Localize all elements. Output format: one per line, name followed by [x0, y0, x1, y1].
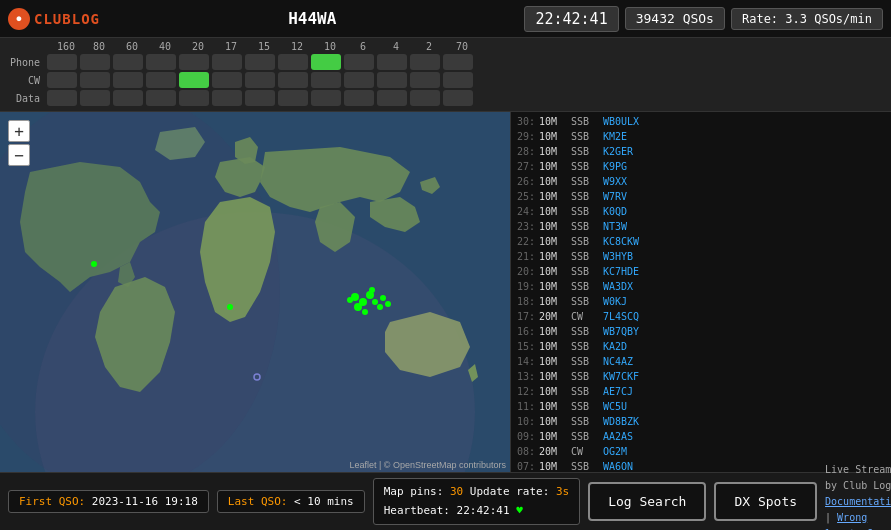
log-callsign: AE7CJ	[603, 385, 668, 398]
svg-point-9	[362, 309, 368, 315]
log-num: 19:	[515, 280, 535, 293]
band-cell-10	[377, 90, 407, 106]
band-col-header-60: 60	[117, 41, 147, 52]
zoom-out-button[interactable]: −	[8, 144, 30, 166]
log-num: 27:	[515, 160, 535, 173]
log-row: 11:10MSSBWC5U	[511, 399, 891, 414]
log-callsign: KA2D	[603, 340, 668, 353]
band-cell-1	[80, 54, 110, 70]
main-content: + −	[0, 112, 891, 472]
log-num: 12:	[515, 385, 535, 398]
log-mode: SSB	[571, 370, 599, 383]
log-band: 10M	[539, 205, 567, 218]
log-band: 10M	[539, 280, 567, 293]
log-mode: SSB	[571, 175, 599, 188]
band-col-headers: 160806040201715121064270	[51, 41, 477, 52]
dx-spots-button[interactable]: DX Spots	[714, 482, 817, 521]
update-rate-label: Update rate:	[470, 485, 549, 498]
log-row: 12:10MSSBAE7CJ	[511, 384, 891, 399]
band-cell-10	[377, 72, 407, 88]
log-band: 10M	[539, 190, 567, 203]
log-num: 26:	[515, 175, 535, 188]
log-row: 09:10MSSBAA2AS	[511, 429, 891, 444]
log-band: 10M	[539, 235, 567, 248]
band-cell-3	[146, 72, 176, 88]
right-info: Live Stream by Club Log Documentation | …	[825, 462, 891, 531]
svg-point-7	[354, 303, 362, 311]
map-info-box: Map pins: 30 Update rate: 3s Heartbeat: …	[373, 478, 580, 525]
log-callsign: K9PG	[603, 160, 668, 173]
log-row: 28:10MSSBK2GER	[511, 144, 891, 159]
log-mode: SSB	[571, 415, 599, 428]
map-controls: + −	[8, 120, 30, 166]
log-callsign: KC7HDE	[603, 265, 668, 278]
data-cells	[47, 90, 473, 106]
band-cell-2	[113, 72, 143, 88]
band-cell-9	[344, 54, 374, 70]
right-info-line1: Live Stream by Club Log	[825, 462, 891, 494]
band-cell-5	[212, 90, 242, 106]
log-callsign: WA3DX	[603, 280, 668, 293]
log-num: 28:	[515, 145, 535, 158]
band-cell-5	[212, 72, 242, 88]
log-mode: SSB	[571, 460, 599, 472]
map-pins-label: Map pins:	[384, 485, 444, 498]
log-num: 09:	[515, 430, 535, 443]
band-cell-0	[47, 72, 77, 88]
last-qso-box: Last QSO: < 10 mins	[217, 490, 365, 513]
svg-text:Leaflet | © OpenStreetMap cont: Leaflet | © OpenStreetMap contributors	[349, 460, 506, 470]
logo-icon: ●	[8, 8, 30, 30]
svg-point-13	[385, 301, 391, 307]
log-row: 19:10MSSBWA3DX	[511, 279, 891, 294]
band-cell-7	[278, 72, 308, 88]
band-label-data: Data	[6, 93, 44, 104]
log-row: 20:10MSSBKC7HDE	[511, 264, 891, 279]
heartbeat-value: 22:42:41	[457, 504, 510, 517]
logo-area: ● CLUBLOG	[8, 8, 100, 30]
right-info-line2: Documentation | Wrong locator?	[825, 494, 891, 531]
band-col-header-20: 20	[183, 41, 213, 52]
qso-count: 39432 QSOs	[625, 7, 725, 30]
log-row: 17:20MCW7L4SCQ	[511, 309, 891, 324]
log-row: 13:10MSSBKW7CKF	[511, 369, 891, 384]
svg-point-14	[347, 297, 353, 303]
documentation-link[interactable]: Documentation	[825, 496, 891, 507]
log-band: 20M	[539, 310, 567, 323]
log-num: 21:	[515, 250, 535, 263]
log-search-button[interactable]: Log Search	[588, 482, 706, 521]
band-row-data: Data	[6, 90, 885, 106]
log-num: 20:	[515, 265, 535, 278]
band-grid: 160806040201715121064270 Phone CW Data	[0, 38, 891, 112]
svg-point-15	[91, 261, 97, 267]
log-callsign: WC5U	[603, 400, 668, 413]
log-mode: SSB	[571, 400, 599, 413]
map-pins-value: 30	[450, 485, 463, 498]
log-row: 30:10MSSBWB0ULX	[511, 114, 891, 129]
logo-text: CLUBLOG	[34, 11, 100, 27]
log-mode: SSB	[571, 115, 599, 128]
band-cell-12	[443, 72, 473, 88]
band-cell-2	[113, 90, 143, 106]
band-cell-0	[47, 90, 77, 106]
log-row: 21:10MSSBW3HYB	[511, 249, 891, 264]
map-area[interactable]: + −	[0, 112, 510, 472]
top-bar: ● CLUBLOG H44WA 22:42:41 39432 QSOs Rate…	[0, 0, 891, 38]
log-mode: SSB	[571, 385, 599, 398]
log-row: 26:10MSSBW9XX	[511, 174, 891, 189]
log-mode: SSB	[571, 220, 599, 233]
band-col-header-2: 2	[414, 41, 444, 52]
band-cell-1	[80, 90, 110, 106]
log-mode: SSB	[571, 130, 599, 143]
band-cell-3	[146, 54, 176, 70]
log-callsign: KM2E	[603, 130, 668, 143]
log-mode: SSB	[571, 430, 599, 443]
svg-point-11	[369, 287, 375, 293]
log-callsign: WD8BZK	[603, 415, 668, 428]
zoom-in-button[interactable]: +	[8, 120, 30, 142]
log-callsign: W9XX	[603, 175, 668, 188]
log-mode: CW	[571, 445, 599, 458]
band-cell-6	[245, 90, 275, 106]
log-row: 15:10MSSBKA2D	[511, 339, 891, 354]
log-callsign: W7RV	[603, 190, 668, 203]
band-col-header-10: 10	[315, 41, 345, 52]
